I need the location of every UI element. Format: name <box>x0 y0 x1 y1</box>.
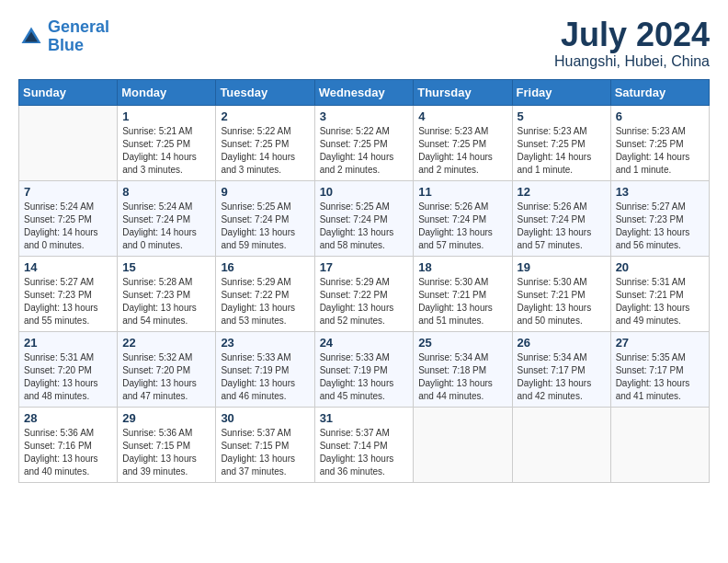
day-number: 31 <box>320 411 409 425</box>
day-number: 6 <box>616 109 704 123</box>
calendar-cell: 3Sunrise: 5:22 AM Sunset: 7:25 PM Daylig… <box>314 106 414 181</box>
calendar-cell: 28Sunrise: 5:36 AM Sunset: 7:16 PM Dayli… <box>19 408 118 483</box>
day-number: 8 <box>122 185 210 199</box>
day-info: Sunrise: 5:36 AM Sunset: 7:16 PM Dayligh… <box>24 427 112 478</box>
calendar-cell: 10Sunrise: 5:25 AM Sunset: 7:24 PM Dayli… <box>314 181 414 257</box>
calendar-table: SundayMondayTuesdayWednesdayThursdayFrid… <box>18 79 710 483</box>
day-number: 3 <box>320 109 409 123</box>
calendar-cell: 20Sunrise: 5:31 AM Sunset: 7:21 PM Dayli… <box>610 257 709 332</box>
day-info: Sunrise: 5:31 AM Sunset: 7:21 PM Dayligh… <box>616 276 704 327</box>
day-number: 18 <box>418 260 506 274</box>
day-info: Sunrise: 5:36 AM Sunset: 7:15 PM Dayligh… <box>122 427 210 478</box>
calendar-cell: 26Sunrise: 5:34 AM Sunset: 7:17 PM Dayli… <box>512 332 610 408</box>
logo: General Blue <box>18 18 109 55</box>
day-info: Sunrise: 5:37 AM Sunset: 7:15 PM Dayligh… <box>221 427 309 478</box>
day-info: Sunrise: 5:24 AM Sunset: 7:25 PM Dayligh… <box>24 201 112 252</box>
day-number: 2 <box>221 109 309 123</box>
calendar-week-1: 1Sunrise: 5:21 AM Sunset: 7:25 PM Daylig… <box>19 106 710 181</box>
day-info: Sunrise: 5:30 AM Sunset: 7:21 PM Dayligh… <box>518 276 606 327</box>
day-number: 19 <box>518 260 606 274</box>
day-info: Sunrise: 5:23 AM Sunset: 7:25 PM Dayligh… <box>518 125 606 177</box>
day-number: 7 <box>24 185 112 199</box>
day-number: 12 <box>518 185 606 199</box>
day-info: Sunrise: 5:22 AM Sunset: 7:25 PM Dayligh… <box>221 125 309 177</box>
month-title: July 2024 <box>554 18 710 52</box>
day-number: 9 <box>221 185 309 199</box>
calendar-cell: 23Sunrise: 5:33 AM Sunset: 7:19 PM Dayli… <box>216 332 314 408</box>
calendar-cell: 17Sunrise: 5:29 AM Sunset: 7:22 PM Dayli… <box>314 257 414 332</box>
calendar-cell: 11Sunrise: 5:26 AM Sunset: 7:24 PM Dayli… <box>414 181 512 257</box>
day-number: 30 <box>221 411 309 425</box>
weekday-header-sunday: Sunday <box>19 80 118 106</box>
day-number: 1 <box>122 109 210 123</box>
weekday-header-tuesday: Tuesday <box>216 80 314 106</box>
calendar-cell: 1Sunrise: 5:21 AM Sunset: 7:25 PM Daylig… <box>118 106 216 181</box>
calendar-cell <box>414 408 512 483</box>
day-info: Sunrise: 5:28 AM Sunset: 7:23 PM Dayligh… <box>122 276 210 327</box>
day-number: 20 <box>616 260 704 274</box>
calendar-cell <box>610 408 709 483</box>
day-info: Sunrise: 5:24 AM Sunset: 7:24 PM Dayligh… <box>122 201 210 252</box>
day-info: Sunrise: 5:27 AM Sunset: 7:23 PM Dayligh… <box>616 201 704 252</box>
day-number: 25 <box>418 336 506 350</box>
day-info: Sunrise: 5:34 AM Sunset: 7:18 PM Dayligh… <box>418 351 506 403</box>
day-number: 4 <box>418 109 506 123</box>
day-info: Sunrise: 5:34 AM Sunset: 7:17 PM Dayligh… <box>518 351 606 403</box>
calendar-week-4: 21Sunrise: 5:31 AM Sunset: 7:20 PM Dayli… <box>19 332 710 408</box>
day-info: Sunrise: 5:26 AM Sunset: 7:24 PM Dayligh… <box>518 201 606 252</box>
day-info: Sunrise: 5:35 AM Sunset: 7:17 PM Dayligh… <box>616 351 704 403</box>
calendar-cell: 9Sunrise: 5:25 AM Sunset: 7:24 PM Daylig… <box>216 181 314 257</box>
weekday-header-monday: Monday <box>118 80 216 106</box>
calendar-week-5: 28Sunrise: 5:36 AM Sunset: 7:16 PM Dayli… <box>19 408 710 483</box>
calendar-cell: 31Sunrise: 5:37 AM Sunset: 7:14 PM Dayli… <box>314 408 414 483</box>
calendar-cell: 12Sunrise: 5:26 AM Sunset: 7:24 PM Dayli… <box>512 181 610 257</box>
calendar-cell: 21Sunrise: 5:31 AM Sunset: 7:20 PM Dayli… <box>19 332 118 408</box>
weekday-header-friday: Friday <box>512 80 610 106</box>
day-number: 24 <box>320 336 409 350</box>
location-title: Huangshi, Hubei, China <box>554 53 710 70</box>
calendar-cell: 24Sunrise: 5:33 AM Sunset: 7:19 PM Dayli… <box>314 332 414 408</box>
day-info: Sunrise: 5:21 AM Sunset: 7:25 PM Dayligh… <box>122 125 210 177</box>
day-info: Sunrise: 5:37 AM Sunset: 7:14 PM Dayligh… <box>320 427 409 478</box>
day-info: Sunrise: 5:22 AM Sunset: 7:25 PM Dayligh… <box>320 125 409 177</box>
calendar-cell: 5Sunrise: 5:23 AM Sunset: 7:25 PM Daylig… <box>512 106 610 181</box>
day-info: Sunrise: 5:33 AM Sunset: 7:19 PM Dayligh… <box>320 351 409 403</box>
day-info: Sunrise: 5:33 AM Sunset: 7:19 PM Dayligh… <box>221 351 309 403</box>
day-info: Sunrise: 5:27 AM Sunset: 7:23 PM Dayligh… <box>24 276 112 327</box>
calendar-cell: 16Sunrise: 5:29 AM Sunset: 7:22 PM Dayli… <box>216 257 314 332</box>
day-number: 10 <box>320 185 409 199</box>
day-info: Sunrise: 5:23 AM Sunset: 7:25 PM Dayligh… <box>616 125 704 177</box>
calendar-cell: 30Sunrise: 5:37 AM Sunset: 7:15 PM Dayli… <box>216 408 314 483</box>
calendar-cell: 27Sunrise: 5:35 AM Sunset: 7:17 PM Dayli… <box>610 332 709 408</box>
calendar-cell: 18Sunrise: 5:30 AM Sunset: 7:21 PM Dayli… <box>414 257 512 332</box>
day-number: 14 <box>24 260 112 274</box>
calendar-cell: 29Sunrise: 5:36 AM Sunset: 7:15 PM Dayli… <box>118 408 216 483</box>
day-info: Sunrise: 5:23 AM Sunset: 7:25 PM Dayligh… <box>418 125 506 177</box>
calendar-cell: 25Sunrise: 5:34 AM Sunset: 7:18 PM Dayli… <box>414 332 512 408</box>
day-number: 13 <box>616 185 704 199</box>
day-number: 26 <box>518 336 606 350</box>
calendar-cell: 22Sunrise: 5:32 AM Sunset: 7:20 PM Dayli… <box>118 332 216 408</box>
calendar-cell: 2Sunrise: 5:22 AM Sunset: 7:25 PM Daylig… <box>216 106 314 181</box>
calendar-cell: 13Sunrise: 5:27 AM Sunset: 7:23 PM Dayli… <box>610 181 709 257</box>
day-number: 15 <box>122 260 210 274</box>
weekday-header-row: SundayMondayTuesdayWednesdayThursdayFrid… <box>19 80 710 106</box>
day-number: 17 <box>320 260 409 274</box>
day-number: 21 <box>24 336 112 350</box>
day-info: Sunrise: 5:32 AM Sunset: 7:20 PM Dayligh… <box>122 351 210 403</box>
calendar-cell: 8Sunrise: 5:24 AM Sunset: 7:24 PM Daylig… <box>118 181 216 257</box>
weekday-header-wednesday: Wednesday <box>314 80 414 106</box>
calendar-cell: 6Sunrise: 5:23 AM Sunset: 7:25 PM Daylig… <box>610 106 709 181</box>
calendar-cell: 7Sunrise: 5:24 AM Sunset: 7:25 PM Daylig… <box>19 181 118 257</box>
calendar-week-2: 7Sunrise: 5:24 AM Sunset: 7:25 PM Daylig… <box>19 181 710 257</box>
day-info: Sunrise: 5:31 AM Sunset: 7:20 PM Dayligh… <box>24 351 112 403</box>
weekday-header-thursday: Thursday <box>414 80 512 106</box>
day-number: 27 <box>616 336 704 350</box>
day-info: Sunrise: 5:26 AM Sunset: 7:24 PM Dayligh… <box>418 201 506 252</box>
calendar-cell <box>19 106 118 181</box>
day-info: Sunrise: 5:30 AM Sunset: 7:21 PM Dayligh… <box>418 276 506 327</box>
calendar-cell: 15Sunrise: 5:28 AM Sunset: 7:23 PM Dayli… <box>118 257 216 332</box>
page-header: General Blue July 2024 Huangshi, Hubei, … <box>18 18 710 70</box>
calendar-cell: 19Sunrise: 5:30 AM Sunset: 7:21 PM Dayli… <box>512 257 610 332</box>
day-number: 16 <box>221 260 309 274</box>
